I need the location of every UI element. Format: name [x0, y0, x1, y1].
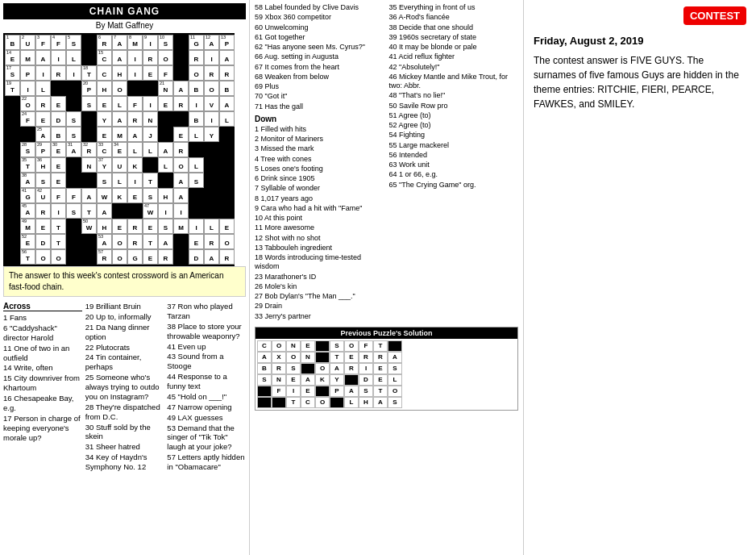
cell-13-10[interactable]: A [158, 234, 173, 249]
cell-11-14[interactable] [219, 203, 235, 219]
cell-12-8[interactable]: R [127, 219, 143, 234]
cell-2-2[interactable]: I [35, 65, 51, 81]
cell-14-5[interactable] [81, 249, 97, 265]
cell-2-10[interactable]: F [158, 65, 173, 81]
cell-0-11[interactable] [173, 35, 189, 50]
cell-0-0[interactable]: 1B [5, 35, 20, 50]
cell-4-1[interactable]: 22O [20, 96, 35, 111]
cell-13-12[interactable]: E [189, 234, 204, 249]
cell-0-13[interactable]: 12A [204, 35, 219, 50]
cell-13-6[interactable]: 53A [97, 234, 112, 249]
cell-3-3[interactable] [51, 81, 66, 96]
cell-11-5[interactable]: T [81, 203, 97, 219]
cell-5-12[interactable]: B [189, 111, 204, 127]
cell-1-13[interactable]: I [204, 50, 219, 65]
cell-4-9[interactable]: I [143, 96, 158, 111]
cell-8-1[interactable]: 35T [20, 157, 35, 173]
cell-10-3[interactable]: F [51, 188, 66, 203]
cell-10-6[interactable]: W [97, 188, 112, 203]
cell-8-12[interactable]: L [189, 157, 204, 173]
cell-7-2[interactable]: 29P [35, 142, 51, 157]
cell-7-8[interactable]: L [127, 142, 143, 157]
cell-1-11[interactable] [173, 50, 189, 65]
cell-1-5[interactable] [81, 50, 97, 65]
cell-10-4[interactable]: F [66, 188, 81, 203]
cell-1-0[interactable]: 14E [5, 50, 20, 65]
cell-6-14[interactable] [219, 127, 235, 142]
cell-9-10[interactable] [158, 173, 173, 188]
cell-1-2[interactable]: A [35, 50, 51, 65]
cell-11-1[interactable]: 45A [20, 203, 35, 219]
cell-4-8[interactable]: F [127, 96, 143, 111]
cell-4-7[interactable]: L [112, 96, 127, 111]
cell-6-12[interactable]: L [189, 127, 204, 142]
cell-11-9[interactable]: 47W [143, 203, 158, 219]
cell-4-3[interactable]: E [51, 96, 66, 111]
cell-12-0[interactable] [5, 219, 20, 234]
cell-14-2[interactable]: O [35, 249, 51, 265]
cell-10-12[interactable] [189, 188, 204, 203]
cell-13-4[interactable] [66, 234, 81, 249]
cell-6-5[interactable] [81, 127, 97, 142]
cell-7-10[interactable]: A [158, 142, 173, 157]
cell-11-0[interactable] [5, 203, 20, 219]
cell-6-10[interactable] [158, 127, 173, 142]
cell-9-14[interactable] [219, 173, 235, 188]
cell-3-10[interactable]: 21N [158, 81, 173, 96]
cell-3-8[interactable] [127, 81, 143, 96]
cell-3-12[interactable]: B [189, 81, 204, 96]
cell-1-10[interactable]: O [158, 50, 173, 65]
cell-11-2[interactable]: R [35, 203, 51, 219]
cell-10-11[interactable]: A [173, 188, 189, 203]
cell-2-4[interactable]: I [66, 65, 81, 81]
cell-7-6[interactable]: 33C [97, 142, 112, 157]
cell-1-12[interactable]: R [189, 50, 204, 65]
cell-9-0[interactable] [5, 173, 20, 188]
cell-6-0[interactable] [5, 127, 20, 142]
cell-14-4[interactable] [66, 249, 81, 265]
cell-2-6[interactable]: C [97, 65, 112, 81]
cell-10-0[interactable] [5, 188, 20, 203]
cell-13-3[interactable]: T [51, 234, 66, 249]
cell-3-4[interactable] [66, 81, 81, 96]
cell-6-11[interactable]: E [173, 127, 189, 142]
cell-4-12[interactable]: I [189, 96, 204, 111]
cell-7-14[interactable] [219, 142, 235, 157]
cell-3-14[interactable]: B [219, 81, 235, 96]
cell-9-5[interactable] [81, 173, 97, 188]
cell-11-3[interactable]: I [51, 203, 66, 219]
cell-9-1[interactable]: 38A [20, 173, 35, 188]
cell-6-13[interactable]: Y [204, 127, 219, 142]
cell-8-5[interactable]: N [81, 157, 97, 173]
cell-11-10[interactable]: I [158, 203, 173, 219]
cell-14-3[interactable]: O [51, 249, 66, 265]
cell-9-4[interactable] [66, 173, 81, 188]
cell-2-0[interactable]: 17S [5, 65, 20, 81]
cell-12-6[interactable]: H [97, 219, 112, 234]
cell-2-5[interactable]: 18T [81, 65, 97, 81]
cell-3-13[interactable]: O [204, 81, 219, 96]
cell-9-9[interactable]: T [143, 173, 158, 188]
cell-0-10[interactable]: 10S [158, 35, 173, 50]
cell-1-4[interactable]: L [66, 50, 81, 65]
cell-8-11[interactable]: O [173, 157, 189, 173]
cell-2-7[interactable]: H [112, 65, 127, 81]
cell-0-9[interactable]: 9I [143, 35, 158, 50]
cell-14-6[interactable]: 57R [97, 249, 112, 265]
cell-4-2[interactable]: R [35, 96, 51, 111]
cell-0-1[interactable]: 2U [20, 35, 35, 50]
cell-5-3[interactable]: D [51, 111, 66, 127]
cell-13-14[interactable]: O [219, 234, 235, 249]
cell-4-5[interactable]: S [81, 96, 97, 111]
cell-7-9[interactable]: L [143, 142, 158, 157]
cell-12-11[interactable]: M [173, 219, 189, 234]
cell-9-6[interactable]: S [97, 173, 112, 188]
cell-5-1[interactable]: 24F [20, 111, 35, 127]
cell-9-3[interactable]: E [51, 173, 66, 188]
cell-13-0[interactable] [5, 234, 20, 249]
cell-10-14[interactable] [219, 188, 235, 203]
cell-2-3[interactable]: R [51, 65, 66, 81]
cell-0-6[interactable]: 6R [97, 35, 112, 50]
cell-3-11[interactable]: A [173, 81, 189, 96]
cell-14-0[interactable] [5, 249, 20, 265]
